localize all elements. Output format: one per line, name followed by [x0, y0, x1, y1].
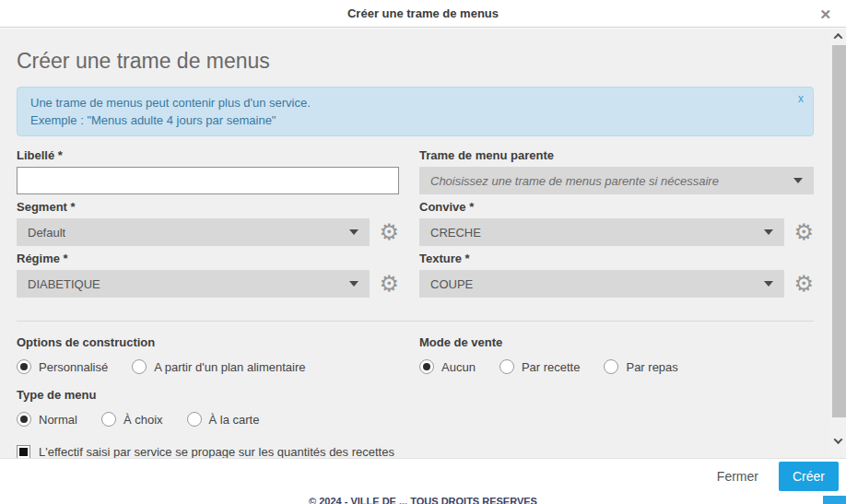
radio-label: Normal: [39, 413, 77, 427]
fermer-button[interactable]: Fermer: [704, 462, 771, 491]
field-regime: Régime * DIABETIQUE ⚙: [17, 252, 399, 298]
radio-unselected-icon: [604, 359, 618, 374]
chevron-down-icon: [764, 281, 773, 287]
radio-normal[interactable]: Normal: [17, 412, 77, 427]
vertical-scrollbar: [830, 29, 846, 458]
regime-label: Régime *: [17, 252, 399, 265]
background-blue-widget: [823, 496, 846, 504]
segment-value: Default: [28, 226, 65, 240]
mode-vente-group-label: Mode de vente: [419, 335, 814, 349]
radio-label: A partir d'un plan alimentaire: [154, 360, 305, 374]
creer-button[interactable]: Créer: [779, 462, 839, 491]
convive-dropdown[interactable]: CRECHE: [419, 218, 784, 246]
mode-vente-radio-group: Aucun Par recette Par repas: [419, 359, 814, 374]
checkbox-effectif-propage[interactable]: L'effectif saisi par service se propage …: [17, 445, 814, 458]
modal-body: Créer une trame de menus Une trame de me…: [0, 29, 830, 458]
radio-label: Par recette: [522, 360, 581, 374]
texture-value: COUPE: [430, 277, 473, 291]
field-convive: Convive * CRECHE ⚙: [419, 200, 814, 246]
convive-label: Convive *: [419, 200, 814, 214]
scrollbar-up-button[interactable]: [830, 29, 846, 44]
background-footer-text: © 2024 - VILLE DE ... TOUS DROITS RESERV…: [309, 496, 537, 504]
field-libelle: Libellé *: [17, 148, 399, 194]
chevron-down-icon: [793, 178, 803, 183]
regime-dropdown[interactable]: DIABETIQUE: [17, 270, 370, 298]
form-grid: Libellé * Segment * Default ⚙ Régime *: [17, 148, 814, 303]
form-column-right: Trame de menu parente Choisissez une tra…: [419, 148, 814, 303]
options-column-left: Options de construction Personnalisé A p…: [17, 322, 399, 427]
options-grid: Options de construction Personnalisé A p…: [17, 322, 814, 427]
regime-value: DIABETIQUE: [28, 277, 100, 291]
radio-label: À la carte: [209, 413, 260, 427]
field-texture: Texture * COUPE ⚙: [419, 252, 814, 298]
segment-dropdown[interactable]: Default: [17, 218, 370, 246]
radio-unselected-icon: [499, 359, 514, 374]
chevron-up-icon: [834, 33, 843, 42]
radio-label: Aucun: [441, 360, 476, 374]
texture-dropdown[interactable]: COUPE: [419, 270, 784, 298]
type-menu-group-label: Type de menu: [17, 388, 399, 402]
chevron-down-icon: [349, 229, 358, 235]
radio-a-la-carte[interactable]: À la carte: [187, 412, 260, 427]
radio-label: Personnalisé: [39, 360, 108, 374]
radio-unselected-icon: [101, 412, 116, 427]
radio-selected-icon: [17, 412, 31, 427]
checkbox-label: L'effectif saisi par service se propage …: [39, 445, 394, 458]
libelle-input[interactable]: [17, 167, 399, 194]
texture-label: Texture *: [419, 252, 814, 265]
radio-unselected-icon: [132, 359, 147, 374]
construction-radio-group: Personnalisé A partir d'un plan alimenta…: [17, 359, 399, 374]
radio-aucun[interactable]: Aucun: [419, 359, 476, 374]
info-close-icon[interactable]: x: [798, 90, 804, 108]
checkbox-section: L'effectif saisi par service se propage …: [17, 445, 814, 458]
trame-parente-placeholder: Choisissez une trame de menus parente si…: [430, 174, 719, 188]
modal-footer: Fermer Créer: [0, 458, 846, 493]
convive-gear-icon[interactable]: ⚙: [793, 221, 814, 243]
segment-gear-icon[interactable]: ⚙: [379, 221, 399, 243]
radio-label: Par repas: [626, 360, 677, 374]
modal-title: Créer une trame de menus: [347, 6, 499, 20]
trame-parente-dropdown[interactable]: Choisissez une trame de menus parente si…: [419, 167, 814, 194]
radio-selected-icon: [419, 359, 434, 374]
convive-value: CRECHE: [430, 226, 481, 240]
chevron-down-icon: [764, 229, 773, 235]
page-title: Créer une trame de menus: [17, 29, 814, 73]
scrollbar-down-button[interactable]: [830, 433, 846, 449]
radio-selected-icon: [17, 359, 31, 374]
radio-a-choix[interactable]: À choix: [101, 412, 163, 427]
radio-par-repas[interactable]: Par repas: [604, 359, 677, 374]
info-banner-line2: Exemple : "Menus adulte 4 jours par sema…: [30, 111, 800, 129]
radio-personnalise[interactable]: Personnalisé: [17, 359, 108, 374]
radio-unselected-icon: [187, 412, 202, 427]
segment-label: Segment *: [17, 200, 399, 214]
trame-parente-label: Trame de menu parente: [419, 148, 814, 162]
background-page-strip: © 2024 - VILLE DE ... TOUS DROITS RESERV…: [0, 493, 846, 504]
field-segment: Segment * Default ⚙: [17, 200, 399, 246]
construction-group-label: Options de construction: [17, 335, 399, 349]
radio-label: À choix: [123, 413, 163, 427]
options-column-right: Mode de vente Aucun Par recette Par repa…: [419, 322, 814, 427]
chevron-down-icon: [834, 435, 843, 444]
chevron-down-icon: [349, 281, 358, 287]
info-banner: Une trame de menus peut contenir plus d'…: [17, 87, 814, 136]
radio-plan-alimentaire[interactable]: A partir d'un plan alimentaire: [132, 359, 305, 374]
libelle-label: Libellé *: [17, 148, 399, 162]
radio-par-recette[interactable]: Par recette: [499, 359, 581, 374]
regime-gear-icon[interactable]: ⚙: [379, 273, 399, 295]
texture-gear-icon[interactable]: ⚙: [793, 273, 814, 295]
info-banner-line1: Une trame de menus peut contenir plus d'…: [30, 94, 800, 111]
type-menu-radio-group: Normal À choix À la carte: [17, 412, 399, 427]
checkbox-checked-icon: [17, 445, 30, 458]
field-trame-parente: Trame de menu parente Choisissez une tra…: [419, 148, 814, 194]
close-icon[interactable]: ✕: [819, 6, 831, 20]
form-column-left: Libellé * Segment * Default ⚙ Régime *: [17, 148, 399, 303]
scrollbar-thumb[interactable]: [832, 45, 846, 417]
modal-titlebar: Créer une trame de menus ✕: [0, 0, 846, 28]
